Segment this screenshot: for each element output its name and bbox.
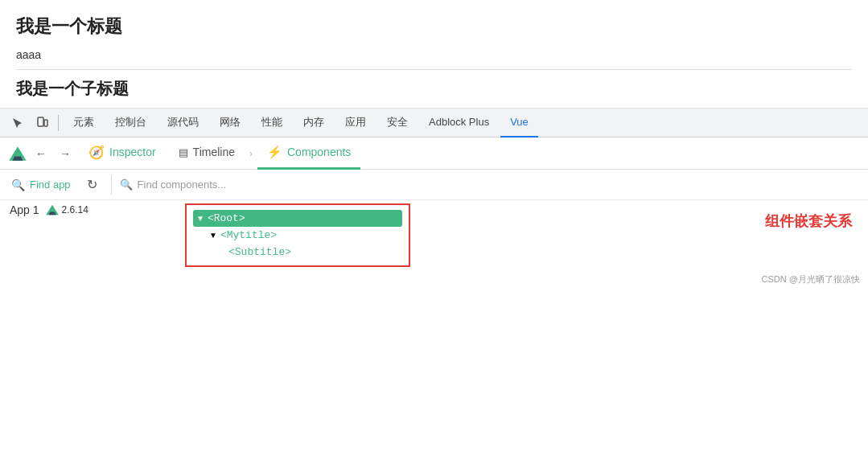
tab-source[interactable]: 源代码 [158, 109, 208, 138]
refresh-icon: ↻ [87, 177, 97, 192]
tab-application[interactable]: 应用 [335, 109, 376, 138]
component-name-root: <Root> [208, 212, 245, 224]
find-components-input[interactable]: 🔍 Find components... [120, 179, 860, 191]
inspector-label: Inspector [109, 146, 156, 158]
device-icon-btn[interactable] [31, 112, 53, 134]
paragraph: aaaa [16, 48, 852, 61]
content-area: 我是一个标题 aaaa 我是一个子标题 [0, 0, 868, 109]
annotation-text: 组件嵌套关系 [749, 203, 868, 239]
tab-separator [58, 115, 59, 131]
tab-elements[interactable]: 元素 [64, 109, 104, 138]
compass-icon: 🧭 [88, 145, 105, 160]
find-app-button[interactable]: 🔍 Find app [8, 179, 74, 191]
tab-network[interactable]: 网络 [210, 109, 250, 138]
find-search-icon: 🔍 [120, 179, 133, 191]
back-button[interactable]: ← [31, 143, 51, 164]
arrow-mytitle: ▼ [209, 231, 217, 240]
divider [16, 69, 852, 70]
component-name-subtitle: <Subtitle> [228, 246, 291, 258]
vue-badge-logo [46, 203, 59, 216]
vue-version: 2.6.14 [62, 204, 88, 216]
app-info: App 1 2.6.14 [0, 203, 185, 216]
svg-rect-1 [44, 120, 47, 126]
tree-row-subtitle[interactable]: <Subtitle> [193, 244, 402, 261]
arrow-root: ▼ [196, 214, 204, 223]
watermark: CSDN @月光晒了很凉快 [762, 273, 860, 285]
content-separator [111, 175, 112, 195]
tab-console[interactable]: 控制台 [105, 109, 156, 138]
main-title: 我是一个标题 [16, 14, 852, 39]
tree-row-mytitle[interactable]: ▼ <Mytitle> [193, 227, 402, 244]
find-components-placeholder: Find components... [138, 179, 227, 191]
svg-rect-0 [38, 117, 43, 126]
sub-title: 我是一个子标题 [16, 78, 852, 100]
vue-search-row: 🔍 Find app ↻ 🔍 Find components... [0, 170, 868, 200]
vue-logo [8, 144, 27, 163]
tree-row-root[interactable]: ▼ <Root> [193, 210, 402, 227]
forward-button[interactable]: → [55, 143, 76, 164]
find-app-label: Find app [30, 179, 71, 191]
search-icon: 🔍 [11, 179, 25, 191]
main-area: App 1 2.6.14 ▼ <Root> ▼ [0, 200, 868, 289]
devtools-bar: 元素 控制台 源代码 网络 性能 内存 应用 安全 Adblock Plus V… [0, 109, 868, 138]
timeline-icon: ▤ [179, 146, 188, 158]
tab-components[interactable]: ⚡ Components [257, 138, 360, 170]
vue-version-badge: 2.6.14 [46, 203, 88, 216]
app-name: App 1 [10, 203, 39, 216]
component-tree: ▼ <Root> ▼ <Mytitle> <Subtitle> [185, 203, 410, 267]
tab-vue[interactable]: Vue [500, 109, 538, 138]
tab-performance[interactable]: 性能 [252, 109, 292, 138]
tab-memory[interactable]: 内存 [294, 109, 334, 138]
tab-adblock[interactable]: Adblock Plus [419, 109, 499, 138]
vue-panel: ← → 🧭 Inspector ▤ Timeline › ⚡ Component… [0, 138, 868, 289]
tab-security[interactable]: 安全 [377, 109, 418, 138]
vue-toolbar: ← → 🧭 Inspector ▤ Timeline › ⚡ Component… [0, 138, 868, 170]
component-name-mytitle: <Mytitle> [220, 229, 277, 241]
timeline-label: Timeline [193, 146, 235, 158]
refresh-button[interactable]: ↻ [82, 175, 103, 195]
component-tree-wrapper: ▼ <Root> ▼ <Mytitle> <Subtitle> [185, 203, 749, 267]
tab-inspector[interactable]: 🧭 Inspector [79, 138, 166, 170]
tab-arrow-separator: › [248, 148, 254, 159]
tab-timeline[interactable]: ▤ Timeline [169, 138, 245, 170]
components-icon: ⚡ [267, 145, 282, 159]
cursor-icon-btn[interactable] [6, 112, 29, 134]
components-label: Components [287, 146, 351, 158]
